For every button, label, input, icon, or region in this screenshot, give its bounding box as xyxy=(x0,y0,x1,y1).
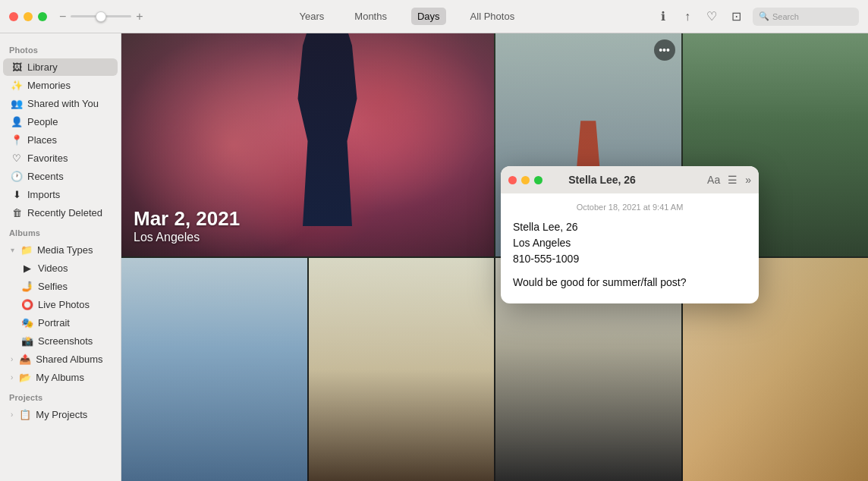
people-icon: 👤 xyxy=(11,116,23,127)
sidebar-label-screenshots: Screenshots xyxy=(38,335,93,347)
more-options-button[interactable]: ••• xyxy=(654,39,675,61)
sidebar-item-my-albums[interactable]: › 📂 My Albums xyxy=(3,369,118,386)
sidebar-item-selfies[interactable]: 🤳 Selfies xyxy=(3,278,118,295)
sidebar-item-places[interactable]: 📍 Places xyxy=(3,131,118,149)
chevron-right-icon-2: › xyxy=(11,373,13,382)
titlebar: − + Years Months Days All Photos ℹ ↑ ♡ ⊡… xyxy=(0,0,868,33)
zoom-slider-thumb[interactable] xyxy=(96,11,106,22)
titlebar-actions: ℹ ↑ ♡ ⊡ 🔍 Search xyxy=(656,8,859,26)
library-icon: 🖼 xyxy=(11,61,23,73)
photo-location: Los Angeles xyxy=(134,231,240,244)
sidebar-item-shared-with-you[interactable]: 👥 Shared with You xyxy=(3,95,118,112)
note-toolbar-icons: Aa ☰ » xyxy=(707,174,751,186)
shared-with-you-icon: 👥 xyxy=(11,98,23,109)
albums-section-label: Albums xyxy=(0,222,121,240)
favorites-icon: ♡ xyxy=(11,152,23,164)
sidebar-label-my-projects: My Projects xyxy=(36,409,87,420)
tab-months[interactable]: Months xyxy=(348,8,393,25)
sidebar: Photos 🖼 Library ✨ Memories 👥 Shared wit… xyxy=(0,33,121,481)
sidebar-label-favorites: Favorites xyxy=(27,152,68,164)
close-button[interactable] xyxy=(9,12,18,21)
search-box[interactable]: 🔍 Search xyxy=(753,8,859,26)
sidebar-item-library[interactable]: 🖼 Library xyxy=(3,58,118,76)
maximize-button[interactable] xyxy=(38,12,47,21)
zoom-controls: − + xyxy=(59,11,143,23)
sidebar-item-recently-deleted[interactable]: 🗑 Recently Deleted xyxy=(3,204,118,222)
media-types-icon: 📁 xyxy=(20,244,33,256)
note-timestamp: October 18, 2021 at 9:41 AM xyxy=(513,203,747,212)
note-city: Los Angeles xyxy=(513,235,747,251)
sidebar-item-favorites[interactable]: ♡ Favorites xyxy=(3,149,118,167)
favorite-button[interactable]: ♡ xyxy=(704,9,719,24)
sidebar-label-shared-albums: Shared Albums xyxy=(36,354,102,365)
note-body: October 18, 2021 at 9:41 AM Stella Lee, … xyxy=(501,193,759,303)
sidebar-label-shared-with-you: Shared with You xyxy=(27,98,99,109)
note-expand-button[interactable]: » xyxy=(745,174,751,186)
my-albums-icon: 📂 xyxy=(19,372,31,383)
projects-section-label: Projects xyxy=(0,387,121,405)
sidebar-item-people[interactable]: 👤 People xyxy=(3,113,118,130)
zoom-plus-button[interactable]: + xyxy=(136,11,143,23)
chevron-right-icon: › xyxy=(11,355,13,363)
minimize-button[interactable] xyxy=(24,12,33,21)
sidebar-item-media-types[interactable]: ▾ 📁 Media Types xyxy=(3,241,118,259)
memories-icon: ✨ xyxy=(11,80,23,91)
imports-icon: ⬇ xyxy=(11,189,23,200)
sidebar-item-portrait[interactable]: 🎭 Portrait xyxy=(3,314,118,332)
sidebar-label-my-albums: My Albums xyxy=(36,372,84,383)
sidebar-label-live-photos: Live Photos xyxy=(38,299,90,310)
note-titlebar: Stella Lee, 26 Aa ☰ » xyxy=(501,166,759,193)
sidebar-label-library: Library xyxy=(27,61,58,73)
sidebar-item-screenshots[interactable]: 📸 Screenshots xyxy=(3,332,118,350)
note-phone: 810-555-1009 xyxy=(513,251,747,267)
my-projects-icon: 📋 xyxy=(19,409,31,420)
videos-icon: ▶ xyxy=(21,263,33,274)
note-font-button[interactable]: Aa xyxy=(707,174,720,186)
main-layout: Photos 🖼 Library ✨ Memories 👥 Shared wit… xyxy=(0,33,868,481)
selfies-icon: 🤳 xyxy=(21,281,33,292)
live-photos-icon: ⭕ xyxy=(21,299,33,310)
portrait-icon: 🎭 xyxy=(21,317,33,329)
places-icon: 📍 xyxy=(11,134,23,146)
note-popover: Stella Lee, 26 Aa ☰ » October 18, 2021 a… xyxy=(501,166,759,303)
note-content: Stella Lee, 26 Los Angeles 810-555-1009 xyxy=(513,219,747,267)
recents-icon: 🕐 xyxy=(11,171,23,182)
sidebar-item-videos[interactable]: ▶ Videos xyxy=(3,259,118,277)
share-button[interactable]: ↑ xyxy=(680,9,695,24)
content-area: Mar 2, 2021 Los Angeles ••• xyxy=(121,33,868,481)
note-checklist-button[interactable]: ☰ xyxy=(728,174,737,186)
traffic-lights xyxy=(9,12,47,21)
photos-section-label: Photos xyxy=(0,39,121,58)
info-button[interactable]: ℹ xyxy=(656,9,671,24)
nav-tabs: Years Months Days All Photos xyxy=(159,8,656,25)
sidebar-label-recently-deleted: Recently Deleted xyxy=(27,207,102,218)
recently-deleted-icon: 🗑 xyxy=(11,207,23,218)
sidebar-label-recents: Recents xyxy=(27,171,64,182)
sidebar-item-live-photos[interactable]: ⭕ Live Photos xyxy=(3,296,118,313)
photo-date: Mar 2, 2021 xyxy=(134,207,240,231)
sidebar-label-memories: Memories xyxy=(27,80,71,91)
search-icon: 🔍 xyxy=(759,11,769,21)
sidebar-label-selfies: Selfies xyxy=(38,281,68,292)
chevron-right-icon-3: › xyxy=(11,410,13,419)
zoom-slider[interactable] xyxy=(71,15,131,17)
note-message: Would be good for summer/fall post? xyxy=(513,276,747,288)
tab-years[interactable]: Years xyxy=(294,8,331,25)
crop-button[interactable]: ⊡ xyxy=(728,9,744,24)
sidebar-item-shared-albums[interactable]: › 📤 Shared Albums xyxy=(3,351,118,368)
sidebar-label-places: Places xyxy=(27,134,57,146)
sidebar-item-imports[interactable]: ⬇ Imports xyxy=(3,186,118,203)
tab-all-photos[interactable]: All Photos xyxy=(464,8,521,25)
photo-main-overlay: Mar 2, 2021 Los Angeles xyxy=(121,195,252,256)
sidebar-item-memories[interactable]: ✨ Memories xyxy=(3,77,118,94)
chevron-down-icon: ▾ xyxy=(11,246,14,254)
sidebar-item-my-projects[interactable]: › 📋 My Projects xyxy=(3,406,118,423)
sidebar-item-recents[interactable]: 🕐 Recents xyxy=(3,168,118,185)
shared-albums-icon: 📤 xyxy=(19,354,31,365)
note-title: Stella Lee, 26 xyxy=(503,174,701,186)
screenshots-icon: 📸 xyxy=(21,335,33,347)
sidebar-label-portrait: Portrait xyxy=(38,317,70,329)
zoom-minus-button[interactable]: − xyxy=(59,11,66,23)
tab-days[interactable]: Days xyxy=(411,8,446,25)
sidebar-label-people: People xyxy=(27,116,58,127)
